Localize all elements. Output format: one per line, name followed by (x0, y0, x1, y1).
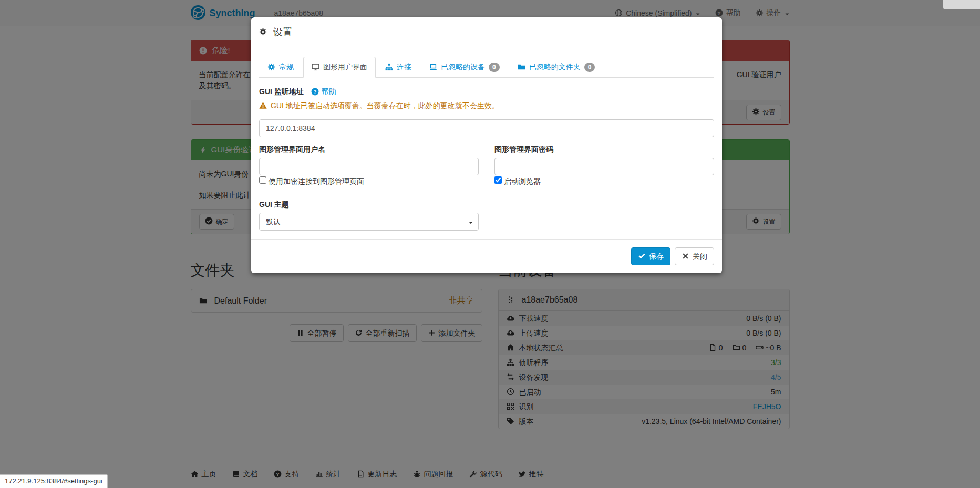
start-browser-checkbox[interactable] (494, 176, 502, 184)
settings-tabs: 常规 图形用户界面 连接 已忽略的设备 0 已忽略的文件夹 0 (259, 57, 714, 78)
use-https-checkbox[interactable] (259, 176, 266, 184)
close-button[interactable]: 关闭 (675, 247, 714, 265)
gui-listen-address-label: GUI 监听地址 (259, 87, 304, 97)
question-circle-icon: ? (311, 88, 319, 96)
tab-general[interactable]: 常规 (259, 57, 302, 78)
settings-modal-footer: 保存 关闭 (251, 239, 722, 273)
ignored-devices-badge: 0 (489, 63, 500, 72)
gui-address-override-warning: GUI 地址已被启动选项覆盖。当覆盖存在时，此处的更改就不会生效。 (259, 101, 714, 111)
laptop-icon (429, 63, 437, 71)
settings-modal: 设置 常规 图形用户界面 连接 已忽略的设备 0 已忽略的文件夹 (251, 17, 722, 273)
gui-username-label: 图形管理界面用户名 (259, 145, 479, 154)
gear-icon (267, 63, 275, 71)
gui-password-label: 图形管理界面密码 (494, 145, 714, 154)
close-icon (682, 251, 689, 262)
tab-gui[interactable]: 图形用户界面 (303, 57, 376, 78)
svg-text:?: ? (313, 89, 316, 95)
use-https-checkbox-label: 使用加密连接到图形管理页面 (259, 176, 479, 186)
gui-password-input[interactable] (494, 158, 714, 175)
tab-ignored-devices[interactable]: 已忽略的设备 0 (421, 57, 508, 78)
gui-listen-help-link[interactable]: ? 帮助 (311, 87, 336, 97)
settings-modal-body: 常规 图形用户界面 连接 已忽略的设备 0 已忽略的文件夹 0 GUI (251, 47, 722, 239)
ignored-folders-badge: 0 (584, 63, 595, 72)
gui-theme-select[interactable]: 默认 (259, 213, 479, 231)
tab-ignored-folders[interactable]: 已忽略的文件夹 0 (509, 57, 604, 78)
sitemap-icon (385, 63, 393, 71)
settings-modal-title: 设置 (273, 26, 292, 38)
gui-listen-address-input[interactable] (259, 119, 714, 137)
start-browser-checkbox-label: 启动浏览器 (494, 176, 714, 186)
gui-theme-label: GUI 主题 (259, 200, 714, 210)
monitor-icon (312, 63, 319, 71)
gui-username-input[interactable] (259, 158, 479, 175)
browser-corner-artifact (943, 0, 980, 9)
status-url-tooltip: 172.21.9.125:8384/#settings-gui (0, 474, 108, 488)
gear-icon (259, 27, 267, 37)
tab-connections[interactable]: 连接 (377, 57, 420, 78)
save-button[interactable]: 保存 (631, 247, 670, 265)
settings-modal-header: 设置 (251, 17, 722, 47)
folder-icon (518, 63, 525, 71)
warning-triangle-icon (259, 101, 267, 110)
check-icon (638, 251, 646, 262)
